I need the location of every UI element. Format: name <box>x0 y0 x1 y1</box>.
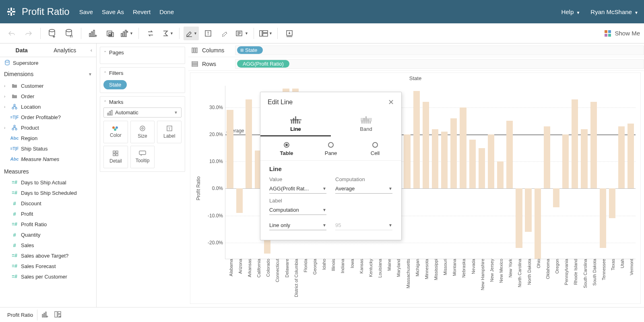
bar-utah[interactable]: Utah <box>617 86 626 259</box>
revert-link[interactable]: Revert <box>133 8 151 15</box>
bar-new-jersey[interactable]: New Jersey <box>486 86 495 259</box>
pages-shelf[interactable]: ⌃Pages <box>100 47 185 64</box>
measure-profit-ratio[interactable]: =#Profit Ratio <box>0 219 96 229</box>
modal-tab-line[interactable]: Line <box>260 111 331 136</box>
done-link[interactable]: Done <box>159 8 174 15</box>
dimension-location[interactable]: ›Location <box>0 101 96 112</box>
highlight-button[interactable]: ▼ <box>184 27 199 40</box>
filters-shelf[interactable]: ⌃Filters State <box>100 67 185 93</box>
datasource-item[interactable]: Superstore <box>0 57 96 68</box>
bar-new-york[interactable]: New York <box>505 86 514 259</box>
measure-discount[interactable]: #Discount <box>0 198 96 208</box>
bar-south-dakota[interactable]: South Dakota <box>589 86 598 259</box>
dimension-region[interactable]: AbcRegion <box>0 133 96 143</box>
new-dashboard-button[interactable] <box>53 310 63 320</box>
bar-new-mexico[interactable]: New Mexico <box>496 86 505 259</box>
rows-shelf[interactable]: Rows AGG(Profit Ratio) <box>188 57 644 71</box>
close-icon[interactable]: ✕ <box>388 98 394 107</box>
bar-alabama[interactable]: Alabama <box>225 86 235 259</box>
measure-quantity[interactable]: #Quantity <box>0 229 96 240</box>
value-select[interactable]: AGG(Profit Rat...▼ <box>269 184 326 194</box>
help-menu[interactable]: Help ▼ <box>561 8 580 15</box>
dimension-customer[interactable]: ›Customer <box>0 80 96 91</box>
columns-pill-state[interactable]: ⊞State <box>237 46 263 54</box>
totals-button[interactable]: ▼ <box>160 27 175 40</box>
duplicate-button[interactable] <box>102 27 118 40</box>
bar-ohio[interactable]: Ohio <box>533 86 542 259</box>
new-datasource-button[interactable] <box>45 27 60 40</box>
bar-nevada[interactable]: Nevada <box>468 86 477 259</box>
filter-pill-state[interactable]: State <box>103 80 127 89</box>
scope-cell[interactable]: Cell <box>353 142 397 156</box>
bar-minnesota[interactable]: Minnesota <box>421 86 430 259</box>
scope-pane[interactable]: Pane <box>309 142 353 156</box>
bar-michigan[interactable]: Michigan <box>412 86 421 259</box>
collapse-pane-icon[interactable]: ‹ <box>87 43 96 57</box>
line-style-select[interactable]: Line only▼ <box>269 221 326 230</box>
new-worksheet-button[interactable] <box>85 27 101 40</box>
fit-button[interactable]: ▼ <box>234 27 250 40</box>
download-button[interactable] <box>282 27 297 40</box>
measure-sales-forecast[interactable]: =#Sales Forecast <box>0 261 96 271</box>
show-cards-button[interactable]: ▼ <box>258 27 273 40</box>
bar-oklahoma[interactable]: Oklahoma <box>542 86 551 259</box>
bar-missouri[interactable]: Missouri <box>440 86 449 259</box>
save-as-link[interactable]: Save As <box>102 8 124 15</box>
confidence-select[interactable]: 95▼ <box>335 221 392 230</box>
show-me-button[interactable]: Show Me <box>604 30 640 37</box>
measure-sales[interactable]: #Sales <box>0 240 96 250</box>
marks-size-button[interactable]: Size <box>130 121 155 143</box>
bar-texas[interactable]: Texas <box>607 86 617 259</box>
clear-button[interactable]: ▼ <box>119 27 134 40</box>
bar-north-dakota[interactable]: North Dakota <box>524 86 533 259</box>
label-button[interactable]: T <box>200 27 216 40</box>
bar-vermont[interactable]: Vermont <box>626 86 636 259</box>
bar-pennsylvania[interactable]: Pennsylvania <box>561 86 570 259</box>
dimension-product[interactable]: ›Product <box>0 122 96 133</box>
bar-nebraska[interactable]: Nebraska <box>458 86 468 259</box>
marks-label-button[interactable]: TLabel <box>157 121 182 143</box>
bar-arizona[interactable]: Arizona <box>235 86 244 259</box>
bar-mississippi[interactable]: Mississippi <box>430 86 440 259</box>
tab-analytics[interactable]: Analytics <box>43 43 87 57</box>
bar-new-hampshire[interactable]: New Hampshire <box>477 86 486 259</box>
bar-south-carolina[interactable]: South Carolina <box>580 86 589 259</box>
redo-button[interactable] <box>21 27 36 40</box>
dimension-order-profitable-[interactable]: =T|FOrder Profitable? <box>0 112 96 122</box>
bar-montana[interactable]: Montana <box>449 86 458 259</box>
save-link[interactable]: Save <box>79 8 93 15</box>
swap-button[interactable] <box>143 27 158 40</box>
tab-data[interactable]: Data <box>0 43 43 57</box>
measure-days-to-ship-scheduled[interactable]: =#Days to Ship Scheduled <box>0 188 96 198</box>
dimension-measure-names[interactable]: AbcMeasure Names <box>0 154 96 164</box>
columns-shelf[interactable]: Columns ⊞State <box>188 43 644 57</box>
rows-pill-agg[interactable]: AGG(Profit Ratio) <box>237 60 289 68</box>
marks-detail-button[interactable]: Detail <box>103 146 128 168</box>
bar-tennessee[interactable]: Tennessee <box>598 86 607 259</box>
measure-sales-per-customer[interactable]: =#Sales per Customer <box>0 271 96 282</box>
bar-arkansas[interactable]: Arkansas <box>244 86 253 259</box>
bar-oregon[interactable]: Oregon <box>551 86 561 259</box>
measure-profit[interactable]: #Profit <box>0 208 96 219</box>
modal-tab-band[interactable]: Band <box>331 111 401 136</box>
new-sheet-button[interactable] <box>40 310 50 320</box>
label-select[interactable]: Computation▼ <box>269 205 326 215</box>
measure-sales-above-target-[interactable]: =#Sales above Target? <box>0 250 96 261</box>
dimensions-header[interactable]: Dimensions▼ <box>0 68 96 80</box>
dimension-order[interactable]: ›Order <box>0 91 96 101</box>
marks-tooltip-button[interactable]: Tooltip <box>130 146 155 168</box>
scope-table[interactable]: Table <box>264 142 309 156</box>
marks-color-button[interactable]: Color <box>103 121 128 143</box>
format-button[interactable] <box>217 27 233 40</box>
measure-days-to-ship-actual[interactable]: =#Days to Ship Actual <box>0 177 96 188</box>
bar-rhode-island[interactable]: Rhode Island <box>570 86 580 259</box>
bar-north-carolina[interactable]: North Carolina <box>514 86 524 259</box>
pause-auto-updates-button[interactable] <box>62 27 77 40</box>
user-menu[interactable]: Ryan McShane ▼ <box>590 8 638 15</box>
dimension-ship-status[interactable]: =T|FShip Status <box>0 143 96 154</box>
computation-select[interactable]: Average▼ <box>335 184 392 194</box>
sheet-tab-profit-ratio[interactable]: Profit Ratio <box>3 310 37 320</box>
bar-massachusetts[interactable]: Massachusetts <box>402 86 412 259</box>
marks-type-select[interactable]: Automatic▼ <box>103 107 182 118</box>
undo-button[interactable] <box>4 27 19 40</box>
